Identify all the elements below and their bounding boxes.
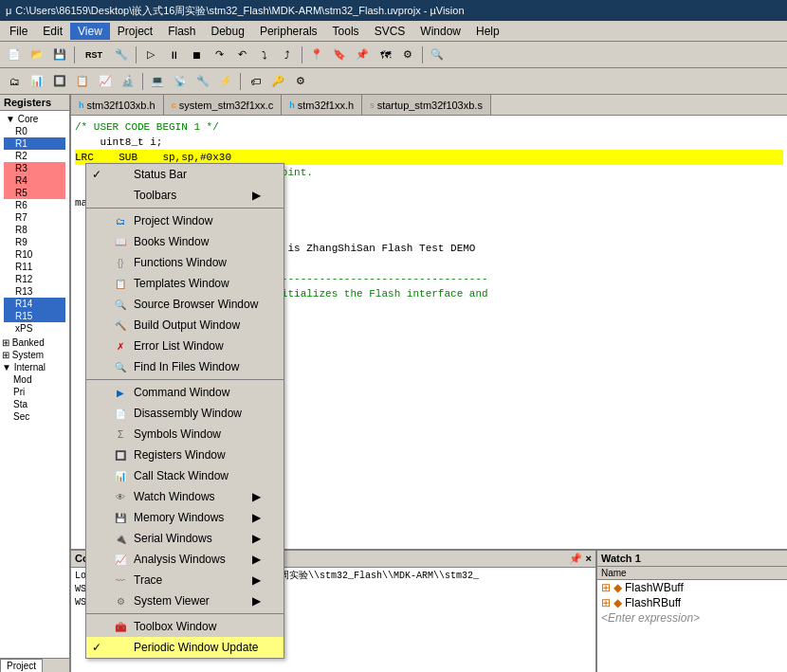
menu-view[interactable]: View: [70, 23, 110, 40]
reg-r9: R9: [4, 236, 65, 248]
menu-tools[interactable]: Tools: [325, 23, 367, 40]
menu-analysis-windows[interactable]: 📈 Analysis Windows ▶: [86, 549, 284, 570]
reg-sec: Sec: [0, 410, 69, 423]
watch-item-3[interactable]: <Enter expression>: [597, 610, 787, 626]
tbe[interactable]: ⚙: [397, 45, 418, 65]
menu-command-window[interactable]: ▶ Command Window: [86, 382, 284, 403]
tb2c[interactable]: 🔲: [49, 71, 70, 92]
watch-expand-2[interactable]: ⊞: [601, 596, 611, 609]
menu-error-list-window[interactable]: ✗ Error List Window: [86, 336, 284, 356]
tbc[interactable]: 📌: [352, 45, 373, 65]
system-viewer-arrow-icon: ▶: [252, 594, 265, 608]
menu-serial-windows[interactable]: 🔌 Serial Windows ▶: [86, 528, 284, 549]
menu-functions-window[interactable]: {} Functions Window: [86, 252, 284, 273]
menu-file[interactable]: File: [2, 23, 35, 40]
menu-project-window[interactable]: 🗂 Project Window: [86, 210, 284, 231]
menu-build-output-window[interactable]: 🔨 Build Output Window: [86, 315, 284, 336]
tb2f[interactable]: 🔬: [118, 71, 138, 92]
reg-mod: Mod: [0, 373, 69, 386]
tab-startup[interactable]: s startup_stm32f103xb.s: [362, 95, 491, 115]
tb3[interactable]: ▷: [140, 45, 161, 65]
menu-edit[interactable]: Edit: [35, 23, 70, 40]
watch-item-1[interactable]: ⊞ ◆ FlashWBuff: [597, 580, 787, 595]
menu-disassembly-window[interactable]: 📄 Disassembly Window: [86, 403, 284, 424]
menu-debug[interactable]: Debug: [204, 23, 252, 40]
build-output-icon: 🔨: [113, 318, 128, 333]
project-tab[interactable]: Project: [0, 659, 43, 672]
registers-header: Registers: [0, 95, 69, 111]
tb2h[interactable]: 📡: [170, 71, 191, 92]
tb2b[interactable]: 📊: [27, 71, 47, 92]
menu-watch-windows[interactable]: 👁 Watch Windows ▶: [86, 486, 284, 507]
tb9[interactable]: ⤴: [277, 45, 298, 65]
menu-source-browser-window[interactable]: 🔍 Source Browser Window: [86, 294, 284, 315]
main-layout: Registers ▼ Core R0 R1 R2 R3 R4 R5 R6 R7…: [0, 95, 787, 672]
menu-find-in-files-window[interactable]: 🔍 Find In Files Window: [86, 356, 284, 377]
menu-project[interactable]: Project: [110, 23, 160, 40]
menu-window[interactable]: Window: [412, 23, 468, 40]
functions-window-icon: {}: [113, 255, 128, 270]
menu-call-stack-window[interactable]: 📊 Call Stack Window: [86, 465, 284, 486]
tb2g[interactable]: 💻: [147, 71, 168, 92]
collapse-icon[interactable]: ▼: [6, 114, 15, 124]
tb7[interactable]: ↶: [231, 45, 252, 65]
menu-peripherals[interactable]: Peripherals: [252, 23, 325, 40]
tab-stm32f1xx[interactable]: h stm32f1xx.h: [282, 95, 362, 115]
watch-title: Watch 1: [601, 553, 641, 564]
tb5[interactable]: ⏹: [186, 45, 207, 65]
tab-icon2: c: [172, 100, 176, 110]
reg-r11: R11: [4, 261, 65, 273]
view-menu: ✓ Status Bar Toolbars ▶ 🗂 Project Window…: [85, 163, 284, 659]
menu-status-bar[interactable]: ✓ Status Bar: [86, 164, 284, 185]
tb2l[interactable]: 🔑: [267, 71, 288, 92]
tab-system-stm32[interactable]: c system_stm32f1xx.c: [164, 95, 283, 115]
reg-r4: R4: [4, 174, 65, 187]
menu-system-viewer[interactable]: ⚙ System Viewer ▶: [86, 590, 284, 611]
watch-arrow-icon: ▶: [252, 490, 265, 503]
watch-header: Watch 1: [597, 551, 787, 567]
new-btn[interactable]: 📄: [4, 45, 25, 65]
menu-toolbars[interactable]: Toolbars ▶: [86, 185, 284, 206]
memory-arrow-icon: ▶: [252, 511, 265, 524]
menu-templates-window[interactable]: 📋 Templates Window: [86, 273, 284, 294]
tbd[interactable]: 🗺: [375, 45, 395, 65]
tb2e[interactable]: 📈: [95, 71, 116, 92]
menu-trace[interactable]: 〰 Trace ▶: [86, 570, 284, 590]
toolbar2: 🗂 📊 🔲 📋 📈 🔬 💻 📡 🔧 ⚡ 🏷 🔑 ⚙: [0, 68, 787, 95]
tb4[interactable]: ⏸: [163, 45, 184, 65]
menu-flash[interactable]: Flash: [160, 23, 203, 40]
menu-symbols-window[interactable]: Σ Symbols Window: [86, 424, 284, 445]
save-btn[interactable]: 💾: [49, 45, 70, 65]
tb2a[interactable]: 🗂: [4, 71, 25, 92]
menu-periodic-window-update[interactable]: ✓ Periodic Window Update: [86, 637, 284, 658]
menu-svcs[interactable]: SVCS: [367, 23, 413, 40]
debug-btn[interactable]: 🔧: [111, 45, 132, 65]
tb8[interactable]: ⤵: [254, 45, 275, 65]
registers-window-icon: 🔲: [113, 447, 128, 463]
tb6[interactable]: ↷: [209, 45, 229, 65]
open-btn[interactable]: 📂: [27, 45, 47, 65]
close-icon[interactable]: ×: [586, 553, 592, 565]
tb2k[interactable]: 🏷: [245, 71, 265, 92]
periodic-icon: [113, 640, 128, 655]
tb2j[interactable]: ⚡: [215, 71, 236, 92]
rst-btn[interactable]: RST: [79, 45, 109, 65]
menu-registers-window[interactable]: 🔲 Registers Window: [86, 445, 284, 465]
toolbox-icon: 🧰: [113, 619, 128, 634]
tb2d[interactable]: 📋: [72, 71, 93, 92]
menu-help[interactable]: Help: [468, 23, 507, 40]
pin-icon[interactable]: 📌: [569, 553, 582, 565]
tab-stm32f103xb[interactable]: h stm32f103xb.h: [71, 95, 164, 115]
tbb[interactable]: 🔖: [329, 45, 350, 65]
tba[interactable]: 📍: [306, 45, 327, 65]
menu-toolbox-window[interactable]: 🧰 Toolbox Window: [86, 616, 284, 637]
menu-books-window[interactable]: 📖 Books Window: [86, 231, 284, 252]
watch-item-2[interactable]: ⊞ ◆ FlashRBuff: [597, 595, 787, 610]
tb2i[interactable]: 🔧: [192, 71, 213, 92]
tb2m[interactable]: ⚙: [290, 71, 311, 92]
toolbar1: 📄 📂 💾 RST 🔧 ▷ ⏸ ⏹ ↷ ↶ ⤵ ⤴ 📍 🔖 📌 🗺 ⚙ 🔍: [0, 42, 787, 68]
reg-r2: R2: [4, 150, 65, 162]
menu-memory-windows[interactable]: 💾 Memory Windows ▶: [86, 507, 284, 528]
watch-expand-1[interactable]: ⊞: [601, 581, 611, 594]
tbf[interactable]: 🔍: [427, 45, 448, 65]
